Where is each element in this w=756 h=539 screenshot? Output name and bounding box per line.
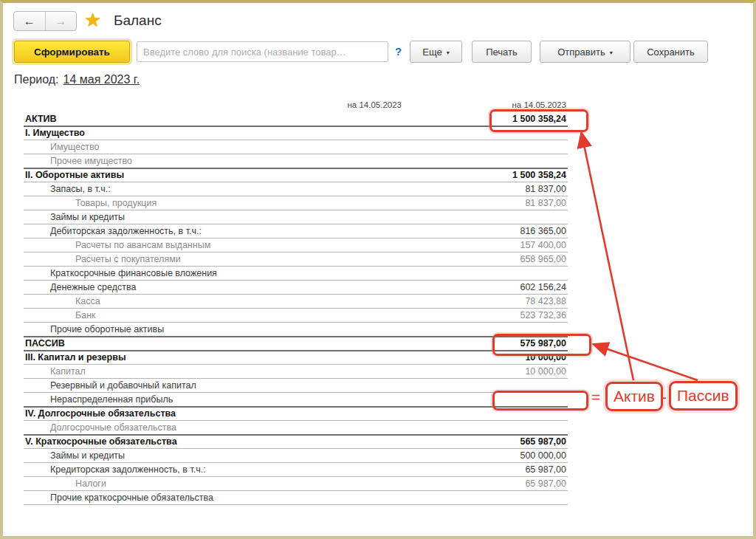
table-row[interactable]: Налоги65 987,00	[24, 477, 568, 491]
row-label: Займы и кредиты	[24, 449, 125, 462]
aktiv-annotation-box: Актив	[605, 382, 663, 411]
chevron-down-icon: ▾	[447, 49, 450, 56]
row-label: V. Краткосрочные обязательства	[24, 436, 177, 448]
row-label: Налоги	[24, 477, 106, 490]
row-value: 157 400,00	[520, 238, 566, 252]
row-label: Прочие оборотные активы	[24, 323, 164, 336]
row-label: АКТИВ	[24, 112, 57, 126]
table-row[interactable]: IV. Долгосрочные обязательства	[24, 406, 568, 421]
table-row[interactable]: Банк523 732,36	[24, 309, 568, 323]
table-row[interactable]: Расчеты по авансам выданным157 400,00	[24, 238, 568, 253]
save-button-label: Сохранить	[647, 47, 695, 58]
table-row[interactable]: Займы и кредиты	[24, 210, 568, 224]
row-label: IV. Долгосрочные обязательства	[24, 408, 176, 420]
table-row[interactable]: Кредиторская задолженность, в т.ч.:65 98…	[24, 463, 568, 477]
row-value: 602 156,24	[520, 281, 566, 294]
row-label: Расчеты по авансам выданным	[24, 238, 210, 252]
row-label: Нераспределенная прибыль	[24, 393, 173, 406]
print-button-label: Печать	[486, 47, 518, 58]
table-row[interactable]: Резервный и добавочный капитал	[24, 379, 568, 393]
table-row[interactable]: Краткосрочные финансовые вложения	[24, 267, 568, 281]
row-value: 500 000,00	[520, 449, 566, 462]
more-button[interactable]: Еще ▾	[410, 41, 462, 63]
row-label: Расчеты с покупателями	[24, 253, 181, 266]
table-row[interactable]: III. Капитал и резервы10 000,00	[24, 350, 568, 365]
print-button[interactable]: Печать	[472, 41, 532, 63]
report-rows: АКТИВ1 500 358,24I. ИмуществоИмуществоПр…	[24, 112, 568, 505]
more-button-label: Еще	[422, 47, 441, 58]
table-row[interactable]: Касса78 423,88	[24, 295, 568, 309]
table-row[interactable]: V. Краткосрочные обязательства565 987,00	[24, 434, 568, 449]
generate-button[interactable]: Сформировать	[14, 41, 130, 63]
table-row[interactable]: ПАССИВ575 987,00	[24, 336, 568, 351]
row-label: Денежные средства	[24, 281, 136, 294]
row-label: Дебиторская задолженность, в т.ч.:	[24, 224, 202, 238]
row-label: Товары, продукция	[24, 196, 157, 210]
table-row[interactable]: Товары, продукция81 837,00	[24, 196, 568, 210]
table-row[interactable]: Капитал10 000,00	[24, 365, 568, 379]
row-label: Имущество	[24, 140, 100, 154]
row-value: 1 500 358,24	[512, 112, 566, 126]
row-value: 658 965,00	[520, 253, 566, 266]
table-row[interactable]: II. Оборотные активы1 500 358,24	[24, 168, 568, 182]
row-label: Капитал	[24, 365, 86, 378]
save-button[interactable]: Сохранить	[633, 41, 708, 63]
help-icon[interactable]: ?	[395, 45, 402, 58]
table-row[interactable]: Имущество	[24, 140, 568, 154]
back-button[interactable]: ←	[14, 12, 46, 30]
row-label: Касса	[24, 295, 100, 308]
table-row[interactable]: Займы и кредиты500 000,00	[24, 449, 568, 463]
row-value: 81 837,00	[525, 196, 566, 210]
period-label: Период:	[14, 73, 59, 86]
row-value: 65 987,00	[525, 477, 566, 490]
row-label: Займы и кредиты	[24, 210, 125, 224]
row-label: ПАССИВ	[24, 337, 65, 350]
row-value: 65 987,00	[525, 463, 566, 476]
table-row[interactable]: I. Имущество	[24, 126, 568, 140]
forward-arrow-icon: →	[55, 15, 66, 28]
column-header: на 14.05.2023	[348, 100, 402, 109]
row-value: 565 987,00	[520, 436, 566, 448]
table-row[interactable]: Долгосрочные обязательства	[24, 421, 568, 435]
row-label: Прочие краткосрочные обязательства	[24, 491, 213, 504]
row-value: 1 500 358,24	[512, 169, 566, 182]
table-row[interactable]: Прочее имущество	[24, 154, 568, 168]
table-row[interactable]: Запасы, в т.ч.:81 837,00	[24, 182, 568, 196]
row-label: Запасы, в т.ч.:	[24, 182, 111, 196]
table-row[interactable]: АКТИВ1 500 358,24	[24, 112, 568, 126]
arrow-to-aktiv-value	[582, 134, 633, 380]
passiv-annotation-box: Пассив	[669, 381, 738, 411]
arrow-to-passiv-value	[595, 345, 698, 380]
row-label: II. Оборотные активы	[24, 169, 124, 182]
chevron-down-icon: ▾	[610, 49, 613, 56]
minus-sign: -	[662, 388, 667, 406]
balance-table: на 14.05.2023 на 14.05.2023 АКТИВ1 500 3…	[24, 100, 568, 505]
search-input[interactable]	[137, 41, 388, 62]
table-row[interactable]: Прочие краткосрочные обязательства	[24, 491, 568, 505]
row-value: 816 365,00	[520, 224, 566, 238]
favorite-star-icon[interactable]: ★	[84, 9, 101, 32]
row-value: 523 732,36	[520, 309, 566, 322]
table-row[interactable]: Нераспределенная прибыль	[24, 393, 568, 407]
row-label: Прочее имущество	[24, 154, 132, 168]
row-label: I. Имущество	[24, 127, 85, 140]
row-value: 10 000,00	[525, 351, 566, 364]
send-button[interactable]: Отправить ▾	[540, 41, 630, 63]
table-row[interactable]: Денежные средства602 156,24	[24, 281, 568, 295]
row-value: 575 987,00	[520, 337, 566, 350]
forward-button[interactable]: →	[46, 12, 77, 30]
balance-report-window: ← → ★ Баланс Сформировать ? Еще ▾ Печать…	[0, 0, 756, 539]
row-label: Краткосрочные финансовые вложения	[24, 267, 217, 280]
row-value: 81 837,00	[525, 182, 566, 196]
history-nav-group: ← →	[13, 11, 77, 31]
row-label: Долгосрочные обязательства	[24, 421, 176, 434]
row-value: 78 423,88	[525, 295, 566, 308]
column-header: на 14.05.2023	[512, 100, 567, 109]
row-value: 10 000,00	[525, 365, 566, 378]
table-row[interactable]: Прочие оборотные активы	[24, 323, 568, 337]
period-date-link[interactable]: 14 мая 2023 г.	[63, 73, 140, 86]
table-row[interactable]: Дебиторская задолженность, в т.ч.:816 36…	[24, 224, 568, 238]
page-title: Баланс	[114, 13, 162, 29]
row-label: Банк	[24, 309, 96, 322]
table-row[interactable]: Расчеты с покупателями658 965,00	[24, 253, 568, 267]
